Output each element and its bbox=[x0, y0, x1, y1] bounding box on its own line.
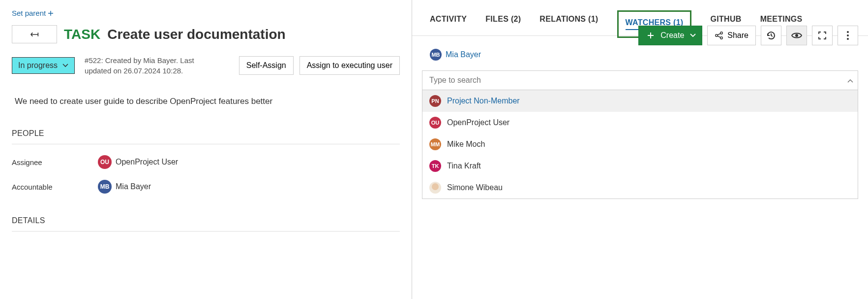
dropdown-option[interactable]: OUOpenProject User bbox=[422, 112, 858, 133]
tab-activity[interactable]: ACTIVITY bbox=[430, 15, 467, 33]
meta-info: #522: Created by Mia Bayer. Last updated… bbox=[85, 55, 222, 76]
task-type-label: TASK bbox=[64, 27, 100, 42]
expand-icon bbox=[818, 31, 827, 40]
option-name: Project Non-Member bbox=[447, 97, 520, 105]
fullscreen-button[interactable] bbox=[812, 26, 833, 45]
share-icon bbox=[715, 31, 723, 40]
avatar: PN bbox=[429, 95, 441, 107]
kebab-icon bbox=[846, 31, 849, 40]
avatar: OU bbox=[98, 155, 112, 169]
accountable-label: Accountable bbox=[12, 183, 98, 191]
dropdown-option[interactable]: MMMike Moch bbox=[422, 133, 858, 155]
avatar: TK bbox=[429, 160, 441, 172]
eye-icon bbox=[791, 32, 802, 39]
avatar: MM bbox=[429, 138, 441, 150]
chevron-down-icon bbox=[62, 64, 68, 67]
svg-point-0 bbox=[716, 34, 718, 36]
svg-point-1 bbox=[720, 32, 722, 34]
dropdown-option[interactable]: TKTina Kraft bbox=[422, 155, 858, 177]
task-description[interactable]: We need to create user guide to describe… bbox=[12, 97, 400, 106]
create-button[interactable]: Create bbox=[638, 26, 702, 45]
watcher-name: Mia Bayer bbox=[446, 50, 481, 59]
svg-point-4 bbox=[847, 31, 849, 33]
assignee-name: OpenProject User bbox=[116, 158, 178, 166]
svg-point-5 bbox=[847, 34, 849, 36]
option-name: Simone Wibeau bbox=[447, 183, 503, 192]
tab-files[interactable]: FILES (2) bbox=[485, 15, 521, 33]
create-label: Create bbox=[660, 31, 684, 40]
avatar: MB bbox=[430, 49, 442, 61]
svg-point-3 bbox=[795, 34, 798, 37]
status-dropdown[interactable]: In progress bbox=[12, 57, 75, 74]
tab-relations[interactable]: RELATIONS (1) bbox=[539, 15, 598, 33]
accountable-value[interactable]: MB Mia Bayer bbox=[98, 180, 151, 194]
set-parent-label: Set parent bbox=[12, 9, 46, 17]
assignee-value[interactable]: OU OpenProject User bbox=[98, 155, 178, 169]
status-label: In progress bbox=[18, 61, 58, 70]
collapse-arrow-icon[interactable] bbox=[847, 76, 853, 85]
avatar: OU bbox=[429, 117, 441, 129]
avatar bbox=[429, 182, 441, 194]
back-arrow-icon bbox=[29, 29, 40, 40]
option-name: OpenProject User bbox=[447, 118, 509, 127]
self-assign-button[interactable]: Self-Assign bbox=[239, 56, 294, 75]
people-heading: PEOPLE bbox=[12, 129, 400, 144]
share-button[interactable]: Share bbox=[707, 26, 756, 45]
watcher-dropdown: PNProject Non-MemberOUOpenProject UserMM… bbox=[422, 90, 858, 199]
chevron-down-icon bbox=[690, 33, 696, 37]
task-title[interactable]: Create user documentation bbox=[107, 27, 286, 42]
svg-point-6 bbox=[847, 38, 849, 40]
watch-button[interactable] bbox=[786, 26, 807, 45]
watcher-search-input[interactable] bbox=[422, 70, 858, 90]
option-name: Tina Kraft bbox=[447, 162, 481, 170]
more-menu-button[interactable] bbox=[838, 26, 858, 45]
option-name: Mike Moch bbox=[447, 140, 485, 149]
back-button[interactable] bbox=[12, 25, 57, 43]
dropdown-option[interactable]: Simone Wibeau bbox=[422, 177, 858, 199]
assignee-label: Assignee bbox=[12, 158, 98, 166]
history-button[interactable] bbox=[761, 26, 781, 45]
history-icon bbox=[766, 30, 777, 41]
watcher-item[interactable]: MB Mia Bayer bbox=[430, 49, 481, 61]
plus-icon bbox=[647, 32, 655, 39]
dropdown-option[interactable]: PNProject Non-Member bbox=[422, 90, 858, 112]
accountable-name: Mia Bayer bbox=[116, 182, 151, 191]
svg-point-2 bbox=[720, 37, 722, 39]
plus-icon bbox=[48, 10, 54, 16]
share-label: Share bbox=[727, 31, 748, 40]
assign-executing-button[interactable]: Assign to executing user bbox=[299, 56, 400, 75]
details-heading: DETAILS bbox=[12, 216, 400, 232]
set-parent-link[interactable]: Set parent bbox=[12, 9, 54, 17]
avatar: MB bbox=[98, 180, 112, 194]
